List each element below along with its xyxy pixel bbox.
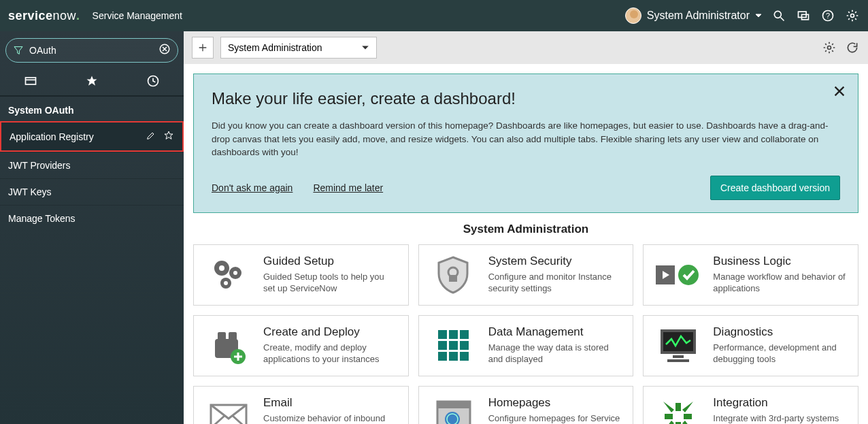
sidebar-item-label: JWT Providers [8,160,176,171]
svg-point-15 [219,265,224,271]
card-diagnostics[interactable]: DiagnosticsPerformance, development and … [643,315,858,376]
tab-all-apps[interactable] [0,67,61,95]
card-desc: Performance, development and debugging t… [713,342,847,365]
sidebar-item-jwt-keys[interactable]: JWT Keys [0,178,184,205]
nav-tabs [0,67,184,97]
svg-rect-38 [667,359,689,362]
svg-rect-23 [218,332,226,340]
grid-icon [430,325,478,366]
toolbar: System Administration [184,31,868,64]
envelope-icon [205,396,252,424]
sidebar-item-label: Manage Tokens [8,213,176,224]
card-title: Create and Deploy [263,325,397,339]
banner-body: Did you know you can create a dashboard … [212,119,840,159]
card-system-security[interactable]: System SecurityConfigure and monitor Ins… [418,244,634,306]
svg-rect-43 [665,414,673,419]
sidebar-item-label: JWT Keys [8,186,176,197]
card-email[interactable]: EmailCustomize behavior of inbound and o… [193,386,409,424]
card-title: Diagnostics [713,325,847,339]
svg-point-11 [828,46,831,50]
page-title: System Administration [184,223,868,236]
card-business-logic[interactable]: Business LogicManage workflow and behavi… [643,244,858,306]
gears-icon [205,255,252,295]
sidebar-item-manage-tokens[interactable]: Manage Tokens [0,205,184,231]
sidebar-section-header: System OAuth [0,97,184,121]
clock-icon [146,74,160,88]
homepage-dropdown[interactable]: System Administration [220,37,377,59]
tab-history[interactable] [122,67,184,95]
svg-point-16 [233,271,237,275]
card-homepages[interactable]: HomepagesConfigure homepages for Service… [418,386,634,424]
logo-service: service [8,9,53,23]
svg-rect-34 [460,352,469,361]
chat-icon[interactable] [796,8,811,23]
card-integration[interactable]: IntegrationIntegrate with 3rd-party syst… [643,386,858,424]
sidebar-item-jwt-providers[interactable]: JWT Providers [0,152,184,178]
remind-later-link[interactable]: Remind me later [313,182,383,193]
playcheck-icon [654,255,702,295]
favorite-star-icon[interactable] [163,130,174,143]
card-title: Data Management [488,325,622,339]
search-icon[interactable] [771,8,786,23]
gear-icon[interactable] [845,8,860,23]
logo-dot: . [76,9,80,23]
shield-icon [430,255,478,295]
card-desc: Guided Setup tools to help you set up Se… [263,271,397,295]
cards-grid: Guided SetupGuided Setup tools to help y… [184,244,868,424]
monitor-icon [654,325,702,366]
svg-rect-28 [460,330,469,339]
filter-navigator[interactable] [5,38,178,63]
star-icon [85,74,99,88]
card-desc: Customize behavior of inbound and outbou… [263,412,397,424]
svg-rect-41 [437,402,470,408]
toolbar-gear-icon[interactable] [822,40,837,55]
svg-rect-32 [438,352,447,361]
svg-rect-29 [438,341,447,350]
filter-input[interactable] [29,45,158,56]
add-content-button[interactable] [192,37,214,59]
refresh-icon[interactable] [845,40,860,55]
svg-rect-44 [684,414,692,419]
svg-rect-33 [449,352,458,361]
caret-down-icon [361,44,369,52]
card-desc: Integrate with 3rd-party systems and dat… [713,412,847,424]
dropdown-label: System Administration [228,42,322,53]
user-menu[interactable]: System Administrator [625,7,762,24]
svg-rect-24 [229,332,237,340]
card-create-and-deploy[interactable]: Create and DeployCreate, modify and depl… [193,315,409,376]
help-icon[interactable]: ? [820,8,835,23]
tab-favorites[interactable] [61,67,122,95]
plus-icon [197,42,208,53]
caret-down-icon [755,12,762,19]
card-title: System Security [488,255,622,268]
main-content: System Administration Make your life eas… [184,31,868,424]
create-dashboard-button[interactable]: Create dashboard version [710,176,840,200]
card-title: Guided Setup [263,255,397,268]
card-data-management[interactable]: Data ManagementManage the way data is st… [418,315,634,376]
card-title: Email [263,396,397,410]
edit-icon[interactable] [146,130,156,143]
card-desc: Create, modify and deploy applications t… [263,342,397,365]
svg-rect-37 [673,355,684,358]
svg-rect-27 [449,330,458,339]
avatar [625,7,641,24]
close-banner-button[interactable] [832,84,847,101]
svg-text:?: ? [826,12,830,20]
user-name: System Administrator [647,10,750,22]
clear-filter-icon[interactable] [158,43,171,58]
dont-ask-link[interactable]: Don't ask me again [212,182,293,193]
sidebar-item-label: Application Registry [10,131,146,142]
arrows-icon [654,396,702,424]
sidebar-item-application-registry[interactable]: Application Registry [0,121,184,152]
deploy-icon [205,325,252,366]
card-title: Homepages [488,396,622,410]
svg-rect-31 [460,341,469,350]
svg-rect-8 [26,78,36,84]
card-title: Business Logic [713,255,847,268]
card-desc: Manage workflow and behavior of applicat… [713,271,847,295]
logo-now: now [53,9,77,23]
svg-rect-45 [675,403,681,411]
banner-title: Make your life easier, create a dashboar… [212,89,840,108]
card-title: Integration [713,396,847,410]
card-guided-setup[interactable]: Guided SetupGuided Setup tools to help y… [193,244,409,306]
